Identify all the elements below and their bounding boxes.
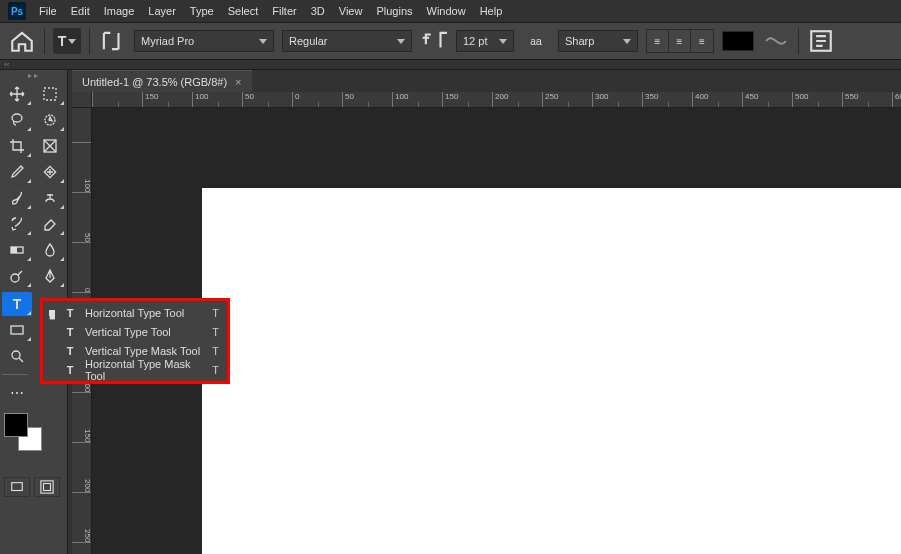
menu-bar: Ps File Edit Image Layer Type Select Fil… <box>0 0 901 22</box>
blur-tool[interactable] <box>35 238 65 262</box>
ruler-tick: 100 <box>72 142 92 192</box>
document-tab[interactable]: Untitled-1 @ 73.5% (RGB/8#) × <box>72 70 252 92</box>
type-icon: T <box>63 344 77 358</box>
antialias-value: Sharp <box>565 35 594 47</box>
svg-rect-1 <box>44 88 56 100</box>
type-tool-flyout: ■THorizontal Type ToolT■TVertical Type T… <box>40 298 230 384</box>
svg-rect-9 <box>11 326 23 334</box>
ruler-tick: 50 <box>72 192 92 242</box>
svg-rect-7 <box>11 247 17 253</box>
font-style-value: Regular <box>289 35 328 47</box>
menu-file[interactable]: File <box>32 2 64 20</box>
home-icon[interactable] <box>8 28 36 54</box>
brush-tool[interactable] <box>2 186 32 210</box>
menu-image[interactable]: Image <box>97 2 142 20</box>
svg-rect-12 <box>41 481 53 493</box>
font-size-dropdown[interactable]: 12 pt <box>456 30 514 52</box>
menu-filter[interactable]: Filter <box>265 2 303 20</box>
align-left-button[interactable]: ≡ <box>647 30 669 52</box>
menu-plugins[interactable]: Plugins <box>369 2 419 20</box>
flyout-shortcut: T <box>212 307 219 319</box>
rectangle-tool[interactable] <box>2 318 32 342</box>
menu-layer[interactable]: Layer <box>141 2 183 20</box>
clone-stamp-tool[interactable] <box>35 186 65 210</box>
eyedropper-tool[interactable] <box>2 160 32 184</box>
flyout-shortcut: T <box>212 364 219 376</box>
close-tab-icon[interactable]: × <box>235 76 241 88</box>
healing-tool[interactable] <box>35 160 65 184</box>
flyout-label: Horizontal Type Mask Tool <box>85 358 204 382</box>
flyout-shortcut: T <box>212 345 219 357</box>
align-center-button[interactable]: ≡ <box>669 30 691 52</box>
foreground-color[interactable] <box>4 413 28 437</box>
screen-mode-standard[interactable] <box>4 477 30 497</box>
type-tool[interactable]: T <box>2 292 32 316</box>
ruler-tick: 50 <box>242 92 292 108</box>
antialias-dropdown[interactable]: Sharp <box>558 30 638 52</box>
active-indicator: ■ <box>49 310 55 316</box>
quick-select-tool[interactable] <box>35 108 65 132</box>
warp-text-icon[interactable] <box>762 28 790 54</box>
panel-grip[interactable]: ▸▸ <box>0 70 67 80</box>
type-tool-preset-icon[interactable]: T <box>53 28 81 54</box>
type-icon: T <box>63 325 77 339</box>
dodge-tool[interactable] <box>2 264 32 288</box>
gradient-tool[interactable] <box>2 238 32 262</box>
menu-window[interactable]: Window <box>420 2 473 20</box>
lasso-tool[interactable] <box>2 108 32 132</box>
text-orientation-icon[interactable] <box>98 28 126 54</box>
font-style-dropdown[interactable]: Regular <box>282 30 412 52</box>
ruler-tick: 300 <box>72 542 92 554</box>
document-tab-bar: Untitled-1 @ 73.5% (RGB/8#) × <box>72 70 901 92</box>
type-icon: T <box>63 363 77 377</box>
menu-edit[interactable]: Edit <box>64 2 97 20</box>
svg-point-8 <box>11 274 19 282</box>
zoom-tool[interactable] <box>2 344 32 368</box>
flyout-item[interactable]: ■TVertical Type ToolT <box>43 322 227 341</box>
ruler-tick: 300 <box>592 92 642 108</box>
menu-view[interactable]: View <box>332 2 370 20</box>
ruler-tick: 50 <box>342 92 392 108</box>
character-panel-icon[interactable] <box>807 28 835 54</box>
ruler-tick: 500 <box>792 92 842 108</box>
options-bar: T Myriad Pro Regular 12 pt aa Sharp ≡ ≡ … <box>0 22 901 60</box>
screen-mode-full[interactable] <box>34 477 60 497</box>
marquee-tool[interactable] <box>35 82 65 106</box>
edit-toolbar-icon[interactable]: ⋯ <box>2 381 32 405</box>
history-brush-tool[interactable] <box>2 212 32 236</box>
eraser-tool[interactable] <box>35 212 65 236</box>
flyout-label: Vertical Type Tool <box>85 326 204 338</box>
ruler-tick: 600 <box>892 92 901 108</box>
flyout-item[interactable]: ■THorizontal Type ToolT <box>43 303 227 322</box>
ruler-tick: 150 <box>442 92 492 108</box>
flyout-item[interactable]: ■THorizontal Type Mask ToolT <box>43 360 227 379</box>
font-family-value: Myriad Pro <box>141 35 194 47</box>
menu-help[interactable]: Help <box>473 2 510 20</box>
ruler-tick: 200 <box>492 92 542 108</box>
font-family-dropdown[interactable]: Myriad Pro <box>134 30 274 52</box>
ruler-tick <box>92 92 142 108</box>
crop-tool[interactable] <box>2 134 32 158</box>
ruler-tick: 0 <box>72 242 92 292</box>
antialias-icon: aa <box>522 28 550 54</box>
document-canvas[interactable] <box>202 188 901 554</box>
menu-3d[interactable]: 3D <box>304 2 332 20</box>
text-color-well[interactable] <box>722 31 754 51</box>
ruler-origin[interactable] <box>72 92 92 108</box>
ruler-tick: 450 <box>742 92 792 108</box>
font-size-value: 12 pt <box>463 35 487 47</box>
align-right-button[interactable]: ≡ <box>691 30 713 52</box>
menu-select[interactable]: Select <box>221 2 266 20</box>
panel-collapse-handle[interactable]: ‹‹ <box>0 60 901 70</box>
horizontal-ruler[interactable]: 1501005005010015020025030035040045050055… <box>92 92 901 108</box>
ruler-tick: 550 <box>842 92 892 108</box>
pen-tool[interactable] <box>35 264 65 288</box>
ruler-tick: 150 <box>72 392 92 442</box>
move-tool[interactable] <box>2 82 32 106</box>
color-swatches[interactable] <box>4 413 48 453</box>
frame-tool[interactable] <box>35 134 65 158</box>
menu-type[interactable]: Type <box>183 2 221 20</box>
ruler-tick: 200 <box>72 442 92 492</box>
flyout-shortcut: T <box>212 326 219 338</box>
document-tab-title: Untitled-1 @ 73.5% (RGB/8#) <box>82 76 227 88</box>
